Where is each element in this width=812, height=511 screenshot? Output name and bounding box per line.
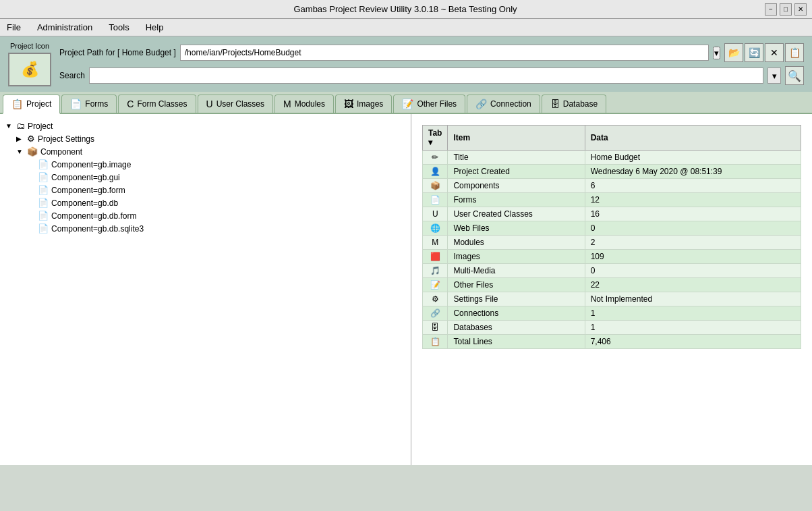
tree-node-icon: 📄 bbox=[38, 172, 49, 182]
tree-expand-icon: ▶ bbox=[16, 135, 24, 142]
close-button[interactable]: ✕ bbox=[794, 3, 807, 16]
tab-database[interactable]: 🗄Database bbox=[542, 95, 606, 113]
tree-item[interactable]: 📄 Component=gb.gui bbox=[5, 171, 405, 184]
tree-item[interactable]: 📄 Component=gb.db bbox=[5, 196, 405, 209]
row-item: Modules bbox=[448, 236, 585, 250]
row-icon-cell: 🔗 bbox=[423, 306, 448, 321]
search-input[interactable] bbox=[89, 68, 763, 84]
row-item: Connections bbox=[448, 306, 585, 321]
tab-other-files[interactable]: 📝Other Files bbox=[393, 95, 465, 113]
minimize-button[interactable]: − bbox=[765, 3, 777, 16]
tree-item[interactable]: ▼ 🗂 Project bbox=[5, 119, 405, 132]
refresh-button[interactable]: 🔄 bbox=[745, 43, 763, 62]
tab-form-classes[interactable]: CForm Classes bbox=[118, 95, 196, 113]
tree-expand-icon: ▼ bbox=[16, 148, 24, 155]
row-data: 22 bbox=[585, 278, 801, 292]
other-files-tab-icon: 📝 bbox=[402, 99, 413, 109]
path-dropdown-button[interactable]: ▾ bbox=[713, 47, 720, 59]
titlebar-title: Gambas Project Review Utility 3.0.18 ~ B… bbox=[46, 4, 765, 14]
table-row: 🎵 Multi-Media 0 bbox=[423, 264, 801, 278]
tab-forms[interactable]: 📄Forms bbox=[61, 95, 117, 113]
row-icon: U bbox=[432, 209, 438, 219]
tree-node-icon: 📄 bbox=[38, 198, 49, 208]
tree-item-label: Component=gb.image bbox=[51, 160, 131, 169]
menu-item-help[interactable]: Help bbox=[142, 21, 168, 34]
project-icon-box: 💰 bbox=[8, 53, 51, 86]
tree-item[interactable]: 📄 Component=gb.image bbox=[5, 158, 405, 171]
row-icon-cell: 🎵 bbox=[423, 264, 448, 278]
connection-tab-label: Connection bbox=[490, 99, 531, 109]
images-tab-icon: 🖼 bbox=[344, 99, 353, 109]
row-item: Title bbox=[448, 151, 585, 165]
coin-stack-icon: 💰 bbox=[21, 61, 39, 78]
path-label: Project Path for [ Home Budget ] bbox=[59, 48, 176, 57]
project-icon-area: Project Icon 💰 bbox=[8, 42, 51, 86]
col-header-data: Data bbox=[585, 126, 801, 151]
user-classes-tab-icon: U bbox=[206, 99, 213, 109]
row-data: 16 bbox=[585, 207, 801, 221]
row-item: Total Lines bbox=[448, 335, 585, 349]
menu-item-administration[interactable]: Administration bbox=[33, 21, 96, 34]
tab-images[interactable]: 🖼Images bbox=[335, 95, 392, 113]
search-button[interactable]: 🔍 bbox=[785, 66, 804, 85]
tree-item-label: Component=gb.form bbox=[51, 186, 125, 195]
row-item: Components bbox=[448, 179, 585, 193]
table-row: 📄 Forms 12 bbox=[423, 193, 801, 207]
titlebar: Gambas Project Review Utility 3.0.18 ~ B… bbox=[0, 0, 812, 19]
database-tab-label: Database bbox=[563, 99, 598, 109]
row-icon: 👤 bbox=[430, 167, 440, 176]
path-row: Project Path for [ Home Budget ] ▾ 📂 🔄 ✕… bbox=[59, 43, 804, 62]
tab-connection[interactable]: 🔗Connection bbox=[467, 95, 540, 113]
table-row: 📝 Other Files 22 bbox=[423, 278, 801, 292]
menu-item-file[interactable]: File bbox=[3, 21, 25, 34]
form-classes-tab-icon: C bbox=[127, 99, 134, 109]
row-icon: 📝 bbox=[430, 280, 440, 290]
tree-item[interactable]: 📄 Component=gb.db.form bbox=[5, 209, 405, 222]
row-icon-cell: M bbox=[423, 236, 448, 250]
history-button[interactable]: 📋 bbox=[785, 43, 804, 62]
tree-item[interactable]: ▶ ⚙ Project Settings bbox=[5, 132, 405, 145]
tab-modules[interactable]: MModules bbox=[274, 95, 334, 113]
path-input[interactable] bbox=[180, 45, 709, 61]
header: Project Icon 💰 Project Path for [ Home B… bbox=[0, 36, 812, 92]
search-dropdown-button[interactable]: ▾ bbox=[767, 68, 781, 84]
tree-node-icon: 📄 bbox=[38, 211, 49, 221]
tree-item[interactable]: 📄 Component=gb.db.sqlite3 bbox=[5, 222, 405, 235]
tree-node-icon: 📄 bbox=[38, 185, 49, 195]
row-icon-cell: 🌐 bbox=[423, 221, 448, 236]
clear-button[interactable]: ✕ bbox=[765, 43, 784, 62]
row-icon: 🗄 bbox=[431, 323, 439, 332]
tree-node-icon: 📄 bbox=[38, 223, 49, 234]
row-data: Home Budget bbox=[585, 151, 801, 165]
table-row: ⚙ Settings File Not Implemented bbox=[423, 292, 801, 306]
tree-node-icon: 🗂 bbox=[16, 121, 25, 131]
row-icon-cell: 📄 bbox=[423, 193, 448, 207]
menu-item-tools[interactable]: Tools bbox=[105, 21, 133, 34]
row-icon: 🔗 bbox=[430, 308, 440, 318]
tab-project[interactable]: 📋Project bbox=[3, 95, 60, 114]
connection-tab-icon: 🔗 bbox=[475, 99, 487, 109]
open-folder-button[interactable]: 📂 bbox=[724, 43, 743, 62]
forms-tab-icon: 📄 bbox=[70, 99, 82, 109]
tree-expand-icon: ▼ bbox=[5, 122, 13, 130]
forms-tab-label: Forms bbox=[85, 99, 108, 109]
row-icon-cell: U bbox=[423, 207, 448, 221]
modules-tab-label: Modules bbox=[295, 99, 325, 109]
path-buttons: 📂 🔄 ✕ 📋 bbox=[724, 43, 804, 62]
row-data: 2 bbox=[585, 236, 801, 250]
user-classes-tab-label: User Classes bbox=[216, 99, 264, 109]
row-data: Wednesday 6 May 2020 @ 08:51:39 bbox=[585, 165, 801, 179]
col-header-item: Item bbox=[448, 126, 585, 151]
maximize-button[interactable]: □ bbox=[780, 3, 792, 16]
search-row: Search ▾ 🔍 bbox=[59, 66, 804, 85]
row-item: Settings File bbox=[448, 292, 585, 306]
table-row: 📋 Total Lines 7,406 bbox=[423, 335, 801, 349]
project-tab-label: Project bbox=[26, 99, 51, 109]
tab-user-classes[interactable]: UUser Classes bbox=[198, 95, 273, 113]
row-data: 0 bbox=[585, 264, 801, 278]
row-item: Project Created bbox=[448, 165, 585, 179]
data-panel: Tab ▾ Item Data ✏ Title Home Budget 👤 Pr… bbox=[411, 114, 812, 465]
tree-item[interactable]: 📄 Component=gb.form bbox=[5, 184, 405, 196]
row-item: Forms bbox=[448, 193, 585, 207]
tree-item[interactable]: ▼ 📦 Component bbox=[5, 145, 405, 158]
